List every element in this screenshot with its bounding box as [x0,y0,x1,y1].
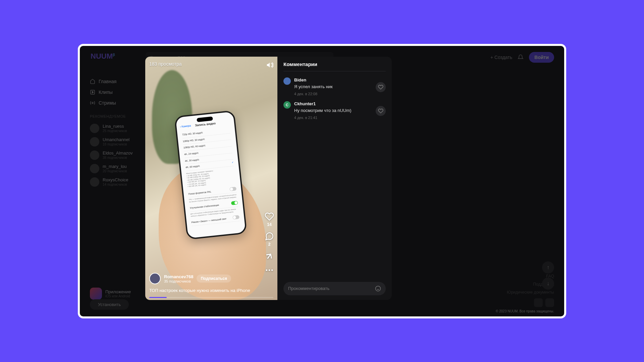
svg-point-6 [376,286,381,291]
phone-mockup: ‹ Камера Запись видео 720p HD, 30 кадр/с… [174,110,247,240]
recommended-item[interactable]: Eldos_Almazov38 подписчиков [90,148,147,162]
avatar [90,164,99,173]
author-name[interactable]: Romancev768 [164,274,193,279]
comment-item: CCkhunter1Ну посмотрим что за nUUm)4 дек… [283,99,386,122]
progress-bar[interactable] [149,297,273,298]
comment-time: 4 дек. в 21:41 [294,116,372,120]
install-button[interactable]: Установить [90,299,129,310]
vk-icon[interactable] [534,298,543,307]
stream-icon [90,100,95,106]
comment-text: Я успел занять ник [294,84,372,90]
svg-point-4 [269,269,270,271]
video-modal: ‹ Камера Запись видео 720p HD, 30 кадр/с… [145,57,392,300]
video-title: ТОП настроек которые нужно изменить на i… [149,288,257,294]
nav-clips[interactable]: Клипы [90,87,147,98]
comment-avatar[interactable] [283,77,291,85]
create-button[interactable]: + Создать [490,55,512,60]
author-subs: 35 подписчиков [164,279,193,283]
comment-count: 2 [268,242,271,247]
more-button[interactable] [265,265,274,275]
avatar [90,137,99,146]
video-actions: 14 2 [265,212,274,275]
comment-like-button[interactable] [376,82,386,92]
scroll-down-button[interactable]: ↓ [542,278,554,290]
comment-like-button[interactable] [376,106,386,116]
video-meta: Romancev768 35 подписчиков Подписаться Т… [149,273,257,294]
svg-point-5 [271,269,273,271]
svg-point-2 [92,102,93,104]
avatar [90,124,99,133]
subscribe-button[interactable]: Подписаться [197,275,231,283]
comment-button[interactable]: 2 [265,232,274,247]
comment-avatar[interactable]: C [283,101,291,109]
share-button[interactable] [265,251,274,261]
recommended-title: РЕКОМЕНДУЕМОЕ [90,114,147,118]
comment-author[interactable]: Biden [294,77,372,82]
author-avatar[interactable] [149,273,161,284]
app-promo[interactable]: ПриложениеiOS или Android [90,288,131,300]
comments-list: BidenЯ успел занять ник4 дек. в 22:08CCk… [283,71,386,282]
svg-point-3 [266,269,268,271]
comments-panel: Комментарии BidenЯ успел занять ник4 дек… [277,57,392,300]
avatar [90,150,99,160]
comment-text: Ну посмотрим что за nUUm) [294,108,372,114]
comment-input[interactable]: Прокомментировать [283,282,386,295]
sidebar: Главная Клипы Стримы РЕКОМЕНДУЕМОЕ Lina_… [90,76,147,189]
recommended-item[interactable]: Umanchannel18 подписчиков [90,135,147,148]
comment-author[interactable]: Ckhunter1 [294,101,372,106]
emoji-icon[interactable] [375,286,381,292]
avatar [90,177,99,187]
login-button[interactable]: Войти [529,52,554,63]
view-count: 183 просмотра [149,61,182,67]
video-player[interactable]: ‹ Камера Запись видео 720p HD, 30 кадр/с… [145,57,277,300]
clips-icon [90,89,95,95]
app-icon [90,288,102,300]
recommended-item[interactable]: m_mary_lou20 подписчиков [90,162,147,175]
telegram-icon[interactable] [545,298,554,307]
home-icon [90,79,95,84]
comments-title: Комментарии [283,61,386,71]
comment-item: BidenЯ успел занять ник4 дек. в 22:08 [283,75,386,99]
nav-home[interactable]: Главная [90,76,147,87]
copyright: © 2023 NUUM. Все права защищены. [496,309,554,313]
like-count: 14 [267,222,271,227]
comment-placeholder: Прокомментировать [288,286,329,291]
recommended-item[interactable]: RoxysChoice14 подписчиков [90,175,147,189]
scroll-up-button[interactable]: ↑ [542,261,554,274]
nav-streams[interactable]: Стримы [90,98,147,108]
logo: NUUMβ [91,52,115,61]
like-button[interactable]: 14 [265,212,274,227]
comment-time: 4 дек. в 22:08 [294,92,372,96]
recommended-item[interactable]: Lina_ruess25 подписчиков [90,122,147,135]
volume-button[interactable] [266,61,273,70]
bell-icon[interactable] [518,54,524,60]
